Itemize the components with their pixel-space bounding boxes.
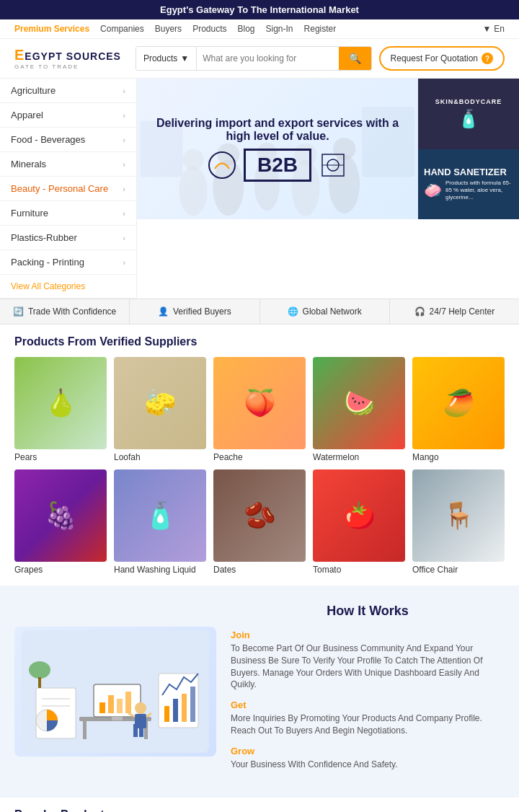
verified-products-grid: 🍐 Pears 🧽 Loofah 🍑 Peache 🍉 Watermelon 🥭 xyxy=(14,357,505,575)
sidebar-label: Food - Beverages xyxy=(11,134,85,145)
product-card-grapes[interactable]: 🍇 Grapes xyxy=(14,469,107,575)
popular-section-title: Popular Products xyxy=(14,808,505,812)
how-step-grow: Grow Your Business With Confidence And S… xyxy=(231,746,505,771)
svg-rect-24 xyxy=(117,699,123,713)
quotation-button[interactable]: Request For Quotation ? xyxy=(379,46,505,71)
language-selector[interactable]: ▼ En xyxy=(482,24,505,34)
sidebar: Agriculture › Apparel › Food - Beverages… xyxy=(0,79,137,299)
popular-products-section: Popular Products 🍉 Watermelon 🥭 Mango 🍇 … xyxy=(0,798,519,812)
nav-companies[interactable]: Companies xyxy=(100,24,144,34)
banner-area: Delivering import and export services wi… xyxy=(137,79,519,299)
verified-icon: 👤 xyxy=(158,306,169,317)
chevron-right-icon: › xyxy=(123,111,125,120)
trust-bar: 🔄 Trade With Confidence 👤 Verified Buyer… xyxy=(0,299,519,325)
step-join-text: To Become Part Of Our Business Community… xyxy=(231,643,505,691)
sanitizer-desc: Products with formula 65-85 % water, alo… xyxy=(445,180,513,202)
sidebar-label: Furniture xyxy=(11,208,48,219)
product-card-handwash[interactable]: 🧴 Hand Washing Liquid xyxy=(114,469,206,575)
sidebar-item-packing[interactable]: Packing - Printing › xyxy=(0,250,136,275)
svg-rect-21 xyxy=(112,717,123,720)
product-name: Dates xyxy=(213,565,306,575)
sidebar-item-beauty[interactable]: Beauty - Personal Care › xyxy=(0,177,136,201)
product-card-office-chair[interactable]: 🪑 Office Chair xyxy=(412,469,505,575)
sanitizer-banner[interactable]: HAND SANETIZER 🧼 Products with formula 6… xyxy=(418,149,519,220)
nav-buyers[interactable]: Buyers xyxy=(155,24,182,34)
chevron-right-icon: › xyxy=(123,160,125,169)
product-name: Hand Washing Liquid xyxy=(114,565,206,575)
sidebar-item-all-categories[interactable]: View All Categories xyxy=(0,275,136,299)
search-input[interactable] xyxy=(197,47,338,70)
sanitizer-title: HAND SANETIZER xyxy=(424,167,507,177)
banner-top: Delivering import and export services wi… xyxy=(137,79,519,219)
trust-verified: 👤 Verified Buyers xyxy=(130,299,260,324)
product-name: Loofah xyxy=(114,452,206,462)
product-image: 🫘 xyxy=(213,469,306,562)
sidebar-item-food[interactable]: Food - Beverages › xyxy=(0,128,136,152)
sidebar-item-apparel[interactable]: Apparel › xyxy=(0,103,136,128)
product-card-loofah[interactable]: 🧽 Loofah xyxy=(114,357,206,462)
sidebar-item-plastics[interactable]: Plastics-Rubber › xyxy=(0,226,136,250)
product-card-dates[interactable]: 🫘 Dates xyxy=(213,469,306,575)
svg-point-12 xyxy=(209,152,235,178)
banner-main: Delivering import and export services wi… xyxy=(137,79,418,219)
nav-register[interactable]: Register xyxy=(304,24,337,34)
how-it-works-section: How It Works Join To Become Part Of Our … xyxy=(0,586,519,798)
product-emoji: 🍉 xyxy=(313,357,405,449)
sidebar-label: Plastics-Rubber xyxy=(11,232,77,243)
svg-point-26 xyxy=(135,702,146,714)
nav-signin[interactable]: Sign-In xyxy=(266,24,293,34)
global-icon: 🌐 xyxy=(288,306,298,317)
sidebar-label: View All Categories xyxy=(11,281,85,291)
logo[interactable]: EEGYPT SOURCES GATE TO TRADE xyxy=(14,47,121,70)
sidebar-label: Minerals xyxy=(11,159,46,169)
sidebar-item-agriculture[interactable]: Agriculture › xyxy=(0,79,136,103)
product-emoji: 🍑 xyxy=(213,357,306,449)
product-card-mango[interactable]: 🥭 Mango xyxy=(412,357,505,462)
trust-support-label: 24/7 Help Center xyxy=(430,306,495,317)
lang-label: En xyxy=(494,24,505,34)
sidebar-label: Agriculture xyxy=(11,85,56,96)
step-grow-title: Grow xyxy=(231,746,505,756)
sidebar-item-furniture[interactable]: Furniture › xyxy=(0,201,136,226)
skin-bodycare-banner[interactable]: SKIN&BODYCARE 🧴 xyxy=(418,79,519,149)
product-image: 🍑 xyxy=(213,357,306,449)
product-image: 🧽 xyxy=(114,357,206,449)
premium-services-link[interactable]: Premium Services xyxy=(14,24,89,34)
chevron-right-icon: › xyxy=(123,258,125,267)
chevron-right-icon: › xyxy=(123,136,125,144)
svg-rect-38 xyxy=(173,699,178,722)
svg-point-41 xyxy=(29,661,50,679)
product-image: 🥭 xyxy=(412,357,505,449)
product-card-pears[interactable]: 🍐 Pears xyxy=(14,357,107,462)
logo-text: EGYPT SOURCES xyxy=(25,50,121,62)
search-area: Products ▼ 🔍 xyxy=(136,46,372,71)
product-name: Pears xyxy=(14,452,107,462)
b2b-label: B2B xyxy=(244,149,311,182)
step-grow-text: Your Business With Confidence And Safety… xyxy=(231,759,505,771)
trust-trade-label: Trade With Confidence xyxy=(28,306,116,317)
step-join-title: Join xyxy=(231,630,505,640)
dropdown-chevron-icon: ▼ xyxy=(180,53,189,63)
dropdown-icon: ▼ xyxy=(482,24,491,34)
sidebar-item-minerals[interactable]: Minerals › xyxy=(0,152,136,177)
svg-rect-28 xyxy=(133,724,138,737)
nav-products[interactable]: Products xyxy=(192,24,226,34)
product-card-peache[interactable]: 🍑 Peache xyxy=(213,357,306,462)
svg-rect-37 xyxy=(164,706,169,722)
product-image: 🍇 xyxy=(14,469,107,562)
product-card-tomato[interactable]: 🍅 Tomato xyxy=(313,469,405,575)
product-emoji: 🥭 xyxy=(412,357,505,449)
product-image: 🍅 xyxy=(313,469,405,562)
nav-blog[interactable]: Blog xyxy=(237,24,254,34)
product-name: Grapes xyxy=(14,565,107,575)
search-category-dropdown[interactable]: Products ▼ xyxy=(136,47,197,70)
product-card-watermelon[interactable]: 🍉 Watermelon xyxy=(313,357,405,462)
sidebar-label: Packing - Printing xyxy=(11,257,84,268)
svg-rect-39 xyxy=(182,694,187,722)
step-get-title: Get xyxy=(231,700,505,710)
search-button[interactable]: 🔍 xyxy=(339,47,371,70)
chevron-right-icon: › xyxy=(123,209,125,218)
how-it-works-title: How It Works xyxy=(231,604,505,619)
quotation-label: Request For Quotation xyxy=(391,53,478,63)
product-name: Mango xyxy=(412,452,505,462)
